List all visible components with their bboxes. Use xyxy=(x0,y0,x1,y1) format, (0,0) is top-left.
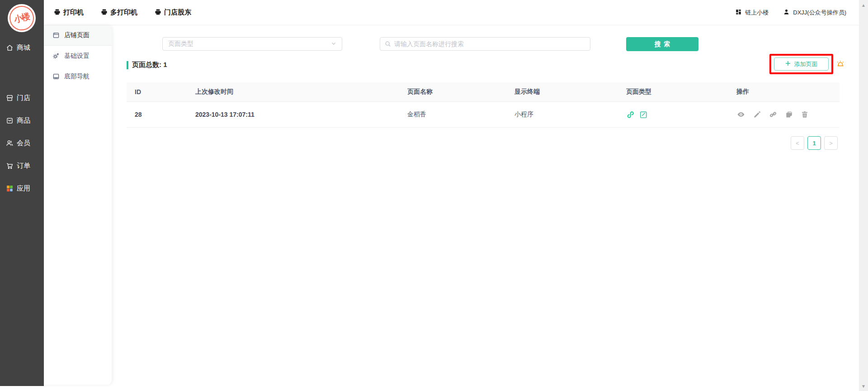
sidebar-item-label: 应用 xyxy=(17,184,30,193)
subsidebar-item-basic-settings[interactable]: 基础设置 xyxy=(44,46,112,66)
col-header-terminal: 显示终端 xyxy=(506,88,618,96)
nav-label: 多打印机 xyxy=(110,8,137,17)
nav-item-multi-printer[interactable]: 多打印机 xyxy=(101,8,137,17)
printer-icon xyxy=(155,9,161,17)
scroll-up-arrow[interactable]: ▲ xyxy=(859,1,868,9)
copy-icon[interactable] xyxy=(785,110,793,119)
nav-item-printer[interactable]: 打印机 xyxy=(54,8,84,17)
accent-bar xyxy=(127,61,128,69)
sidebar-item-label: 会员 xyxy=(17,139,30,148)
sidebar-item-label: 门店 xyxy=(17,94,30,102)
search-input[interactable] xyxy=(394,40,585,48)
col-header-modified: 上次修改时间 xyxy=(187,88,399,96)
store-switcher[interactable]: 链上小楼 xyxy=(735,9,769,17)
logo-seal: 小楼 xyxy=(7,3,36,33)
miniprogram-icon[interactable] xyxy=(626,110,635,119)
pagination-next-button[interactable]: > xyxy=(824,136,838,150)
vertical-scrollbar[interactable]: ▲ ▼ xyxy=(859,0,868,391)
sidebar-item-goods[interactable]: 商品 xyxy=(0,111,44,129)
search-icon xyxy=(385,41,391,47)
edit-square-icon[interactable] xyxy=(639,110,648,119)
col-header-name: 页面名称 xyxy=(399,88,506,96)
cell-terminal: 小程序 xyxy=(506,110,618,119)
scroll-down-arrow[interactable]: ▼ xyxy=(859,382,868,390)
link-icon[interactable] xyxy=(769,110,777,119)
cell-name: 金稻香 xyxy=(399,110,506,119)
delete-trash-icon[interactable] xyxy=(801,110,809,119)
page-total-label: 页面总数: 1 xyxy=(132,61,167,69)
printer-icon xyxy=(54,9,61,17)
search-button[interactable]: 搜索 xyxy=(626,37,698,51)
user-icon xyxy=(783,9,790,17)
subsidebar-item-label: 店铺页面 xyxy=(64,31,90,39)
sidebar-item-label: 商城 xyxy=(17,43,30,52)
nav-label: 打印机 xyxy=(63,8,84,17)
pagination: < 1 > xyxy=(791,136,838,150)
summary: 页面总数: 1 xyxy=(127,61,167,69)
subsidebar-item-shop-pages[interactable]: 店铺页面 xyxy=(44,25,112,46)
page: 打印机 多打印机 门店股东 链上小楼 DXJJ(公众号操作员) xyxy=(0,0,868,391)
sidebar-item-apps[interactable]: 应用 xyxy=(0,179,44,197)
select-placeholder: 页面类型 xyxy=(168,40,193,48)
subsidebar-item-label: 基础设置 xyxy=(64,52,90,60)
sidebar-item-label: 订单 xyxy=(17,162,30,170)
sidebar-item-members[interactable]: 会员 xyxy=(0,134,44,152)
add-page-label: 添加页面 xyxy=(794,60,818,68)
shopping-bag-icon xyxy=(6,117,14,124)
table-row: 28 2023-10-13 17:07:11 金稻香 小程序 xyxy=(127,102,840,128)
home-icon xyxy=(6,44,14,52)
grid-icon xyxy=(735,9,742,17)
nav-label: 门店股东 xyxy=(164,8,191,17)
add-page-button[interactable]: 添加页面 xyxy=(774,57,829,71)
cell-modified: 2023-10-13 17:07:11 xyxy=(187,111,399,118)
col-header-id: ID xyxy=(127,88,187,95)
col-header-actions: 操作 xyxy=(728,88,840,96)
user-name: DXJJ(公众号操作员) xyxy=(793,9,846,17)
col-header-type: 页面类型 xyxy=(618,88,728,96)
storefront-icon xyxy=(6,94,14,102)
logo-text: 小楼 xyxy=(13,10,30,25)
bottom-nav-icon xyxy=(52,73,60,80)
sidebar-item-orders[interactable]: 订单 xyxy=(0,157,44,175)
edit-pencil-icon[interactable] xyxy=(753,110,761,119)
pagination-prev-button[interactable]: < xyxy=(791,136,804,150)
printer-icon xyxy=(101,9,108,17)
cell-actions xyxy=(728,110,840,119)
top-bar: 打印机 多打印机 门店股东 链上小楼 DXJJ(公众号操作员) xyxy=(44,0,859,25)
top-nav: 打印机 多打印机 门店股东 xyxy=(44,8,191,17)
search-box xyxy=(380,37,590,51)
pagination-page-1[interactable]: 1 xyxy=(807,136,821,150)
plus-icon xyxy=(785,61,791,67)
gears-icon xyxy=(52,52,60,60)
red-highlight-box: 添加页面 xyxy=(769,54,833,74)
user-menu[interactable]: DXJJ(公众号操作员) xyxy=(783,9,846,17)
subsidebar-item-label: 底部导航 xyxy=(64,72,90,81)
sub-sidebar: 店铺页面 基础设置 底部导航 xyxy=(44,25,112,385)
table-header-row: ID 上次修改时间 页面名称 显示终端 页面类型 操作 xyxy=(127,82,840,102)
nav-item-store-shareholder[interactable]: 门店股东 xyxy=(155,8,191,17)
subsidebar-item-bottom-nav[interactable]: 底部导航 xyxy=(44,66,112,86)
cart-icon xyxy=(6,162,14,170)
pages-table: ID 上次修改时间 页面名称 显示终端 页面类型 操作 28 2023-10-1… xyxy=(127,82,840,128)
logo[interactable]: 小楼 xyxy=(8,4,36,32)
apps-icon xyxy=(6,185,14,192)
browser-window-icon xyxy=(52,32,60,39)
cell-id: 28 xyxy=(127,111,187,118)
page-type-select[interactable]: 页面类型 xyxy=(162,37,342,51)
alarm-icon[interactable] xyxy=(835,59,845,69)
view-eye-icon[interactable] xyxy=(736,110,745,119)
main-sidebar: 小楼 商城 门店 商品 会员 订单 应用 xyxy=(0,0,44,386)
store-name: 链上小楼 xyxy=(745,9,769,17)
chevron-down-icon xyxy=(331,40,336,48)
sidebar-item-stores[interactable]: 门店 xyxy=(0,89,44,107)
members-icon xyxy=(6,139,14,147)
top-bar-right: 链上小楼 DXJJ(公众号操作员) xyxy=(735,9,859,17)
cell-page-type xyxy=(618,110,728,119)
sidebar-item-label: 商品 xyxy=(17,116,30,125)
sidebar-item-mall[interactable]: 商城 xyxy=(0,38,44,57)
